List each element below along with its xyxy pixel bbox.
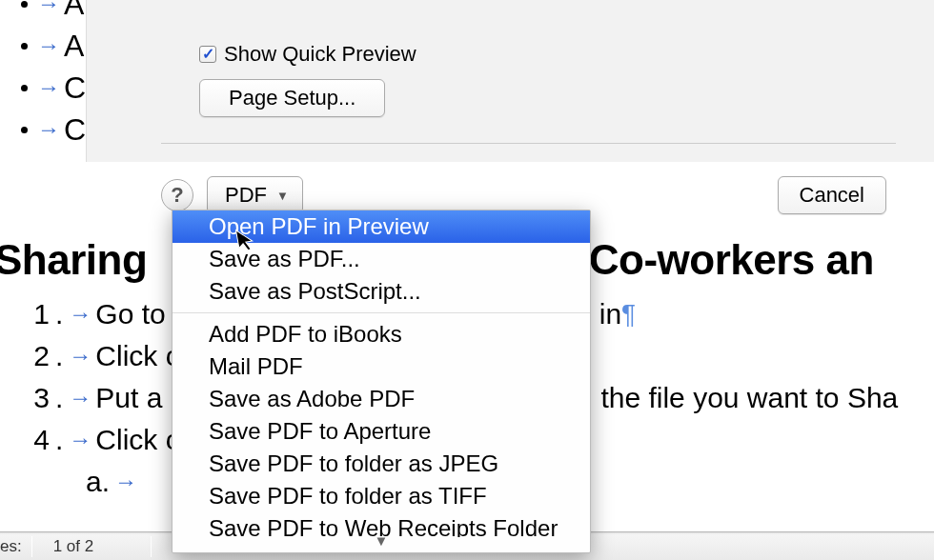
bullet-dot	[21, 127, 28, 133]
menu-item-save-pdf-tiff[interactable]: Save PDF to folder as TIFF	[173, 480, 590, 512]
heading-left: Sharing	[0, 236, 158, 283]
divider	[161, 143, 896, 144]
bullet-dot	[21, 1, 28, 8]
menu-more-indicator-icon[interactable]: ▼	[173, 537, 590, 545]
cancel-button[interactable]: Cancel	[778, 176, 886, 214]
paragraph-mark-icon: ¶	[621, 299, 636, 330]
tab-arrow-icon: →	[69, 385, 91, 411]
menu-item-mail-pdf[interactable]: Mail PDF	[173, 350, 590, 383]
sub-list-label: a.	[86, 466, 109, 498]
tab-arrow-icon: →	[114, 469, 137, 495]
status-left-label: es:	[0, 537, 31, 556]
menu-item-open-pdf-preview[interactable]: Open PDF in Preview	[173, 210, 590, 243]
tab-arrow-icon: →	[69, 427, 91, 453]
help-button[interactable]: ?	[161, 179, 193, 211]
tab-arrow-icon: →	[69, 301, 91, 328]
tab-arrow-icon: →	[69, 343, 91, 370]
bullet-list: →A →A →C →C	[21, 0, 86, 150]
pdf-label: PDF	[225, 183, 267, 208]
list-text: Put a	[95, 382, 162, 414]
bullet-dot	[21, 85, 28, 91]
status-page-counter: 1 of 2	[32, 537, 94, 556]
show-quick-preview-label: Show Quick Preview	[224, 42, 416, 67]
menu-item-add-pdf-ibooks[interactable]: Add PDF to iBooks	[173, 318, 590, 350]
pdf-dropdown-button[interactable]: PDF ▼	[207, 176, 303, 214]
list-number: 2	[27, 340, 50, 372]
tab-arrow-icon: →	[37, 74, 60, 101]
menu-separator	[173, 312, 590, 313]
menu-item-save-as-postscript[interactable]: Save as PostScript...	[173, 275, 590, 308]
list-text: in	[599, 298, 621, 330]
tab-arrow-icon: →	[37, 32, 60, 59]
heading-right: Co-workers an	[578, 236, 874, 283]
bullet-text: C	[64, 112, 86, 148]
menu-item-save-pdf-aperture[interactable]: Save PDF to Aperture	[173, 415, 590, 448]
menu-item-save-adobe-pdf[interactable]: Save as Adobe PDF	[173, 383, 590, 415]
pdf-dropdown-menu: Open PDF in Preview Save as PDF... Save …	[172, 210, 591, 553]
tab-arrow-icon: →	[37, 116, 60, 143]
tab-arrow-icon: →	[37, 0, 60, 17]
bullet-dot	[21, 43, 28, 50]
status-separator	[151, 536, 152, 557]
chevron-down-icon: ▼	[276, 189, 289, 203]
menu-item-save-as-pdf[interactable]: Save as PDF...	[173, 243, 590, 275]
show-quick-preview-checkbox[interactable]: ✓	[199, 46, 216, 63]
bullet-text: A	[64, 29, 84, 64]
print-dialog: ✓ Show Quick Preview Page Setup... ? PDF…	[86, 0, 934, 162]
list-number: 4	[27, 424, 50, 456]
list-number: 3	[27, 382, 50, 414]
page-setup-button[interactable]: Page Setup...	[199, 79, 385, 117]
bullet-text: A	[64, 0, 84, 22]
list-number: 1	[27, 298, 50, 330]
show-quick-preview-row: ✓ Show Quick Preview	[199, 42, 416, 67]
menu-item-save-pdf-jpeg[interactable]: Save PDF to folder as JPEG	[173, 448, 590, 480]
list-text: the file you want to Sha	[600, 382, 898, 414]
bullet-text: C	[64, 70, 86, 106]
list-text: Go to	[95, 298, 165, 330]
checkmark-icon: ✓	[202, 47, 214, 62]
